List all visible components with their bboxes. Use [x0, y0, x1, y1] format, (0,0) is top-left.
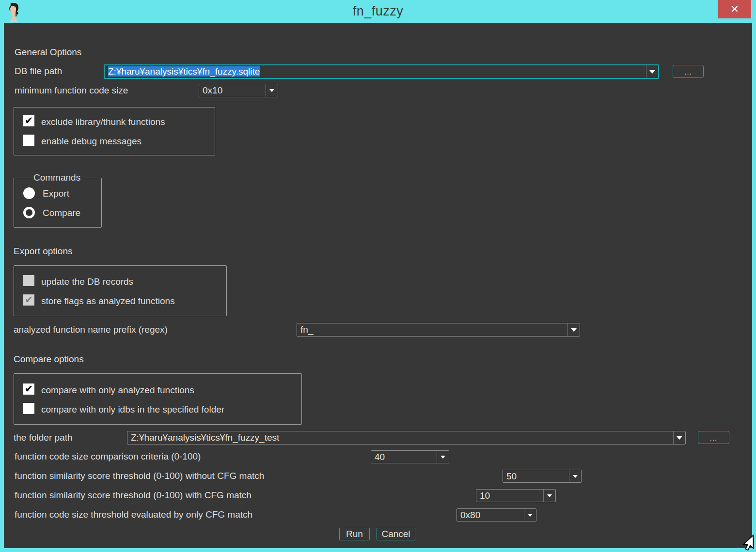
compare-options-group [14, 373, 302, 425]
sim-threshold-with-cfg-value: 10 [480, 491, 490, 501]
titlebar: fn_fuzzy ✕ [0, 0, 756, 23]
folder-path-value: Z:¥haru¥analysis¥tics¥fn_fuzzy_test [131, 432, 279, 443]
check-icon: ✔ [25, 383, 33, 394]
code-size-cfg-only-value: 0x80 [460, 510, 480, 521]
mouse-cursor-icon [736, 535, 756, 552]
code-size-criteria-value: 40 [375, 452, 385, 462]
check-icon: ✔ [25, 115, 33, 125]
name-prefix-dropdown-arrow[interactable] [567, 323, 580, 336]
exclude-library-label[interactable]: exclude library/thunk functions [41, 117, 165, 127]
sim-threshold-with-cfg-dropdown[interactable]: 10 [476, 489, 556, 502]
code-size-criteria-dropdown[interactable]: 40 [371, 450, 449, 463]
chevron-down-icon [649, 70, 655, 74]
only-idbs-label[interactable]: compare with only idbs in the specified … [41, 404, 224, 415]
folder-path-browse-button[interactable]: ... [698, 431, 729, 444]
store-flags-checkbox: ✔ [23, 294, 34, 306]
sim-threshold-with-cfg-dropdown-arrow[interactable] [543, 490, 555, 502]
enable-debug-label[interactable]: enable debug messages [41, 136, 142, 147]
only-analyzed-checkbox[interactable]: ✔ [23, 383, 34, 395]
close-button[interactable]: ✕ [718, 0, 751, 18]
db-file-path-combobox[interactable]: Z:¥haru¥analysis¥tics¥fn_fuzzy.sqlite [104, 64, 659, 79]
chevron-down-icon [547, 494, 552, 497]
store-flags-label: store flags as analyzed functions [41, 296, 175, 307]
db-file-path-dropdown-arrow[interactable] [646, 65, 658, 78]
commands-group [14, 178, 102, 228]
db-file-path-value: Z:¥haru¥analysis¥tics¥fn_fuzzy.sqlite [108, 66, 260, 77]
chevron-down-icon [677, 436, 682, 440]
enable-debug-checkbox[interactable] [23, 135, 34, 146]
sim-threshold-without-cfg-dropdown[interactable]: 50 [503, 470, 582, 483]
update-db-label: update the DB records [41, 276, 133, 287]
compare-radio-label[interactable]: Compare [43, 208, 80, 218]
sim-threshold-without-cfg-value: 50 [506, 471, 517, 482]
sim-threshold-without-cfg-dropdown-arrow[interactable] [569, 470, 581, 482]
chevron-down-icon [528, 514, 533, 517]
commands-group-title: Commands [31, 172, 83, 183]
general-options-heading: General Options [15, 47, 81, 58]
dialog-body: General Options DB file path Z:¥haru¥ana… [4, 23, 752, 548]
export-options-heading: Export options [14, 246, 72, 257]
only-idbs-checkbox[interactable] [23, 403, 34, 414]
run-button[interactable]: Run [339, 528, 370, 540]
cancel-button[interactable]: Cancel [377, 528, 415, 540]
sim-threshold-with-cfg-label: function similarity score threshold (0-1… [15, 490, 252, 501]
compare-options-heading: Compare options [14, 354, 84, 365]
min-func-code-size-value: 0x10 [203, 85, 222, 96]
general-checkbox-group [14, 107, 215, 155]
code-size-criteria-label: function code size comparison criteria (… [15, 451, 201, 462]
chevron-down-icon [441, 456, 445, 459]
export-radio[interactable] [23, 187, 35, 199]
chevron-down-icon [571, 328, 577, 332]
chevron-down-icon [269, 89, 274, 92]
min-func-code-size-dropdown-arrow[interactable] [266, 84, 278, 97]
name-prefix-label: analyzed function name prefix (regex) [14, 324, 168, 335]
min-func-code-size-label: minimum function code size [15, 85, 128, 96]
window-title: fn_fuzzy [0, 4, 756, 19]
exclude-library-checkbox[interactable]: ✔ [23, 115, 34, 126]
update-db-checkbox [23, 275, 34, 286]
folder-path-dropdown-arrow[interactable] [673, 431, 685, 444]
min-func-code-size-dropdown[interactable]: 0x10 [199, 84, 278, 97]
folder-path-combobox[interactable]: Z:¥haru¥analysis¥tics¥fn_fuzzy_test [127, 431, 686, 445]
chevron-down-icon [573, 475, 578, 478]
code-size-cfg-only-dropdown-arrow[interactable] [524, 509, 536, 521]
check-icon: ✔ [25, 294, 33, 305]
code-size-criteria-dropdown-arrow[interactable] [437, 451, 449, 463]
code-size-cfg-only-label: function code size threshold evaluated b… [15, 509, 252, 520]
name-prefix-value: fn_ [300, 324, 313, 335]
db-file-path-browse-button[interactable]: ... [673, 65, 704, 78]
code-size-cfg-only-dropdown[interactable]: 0x80 [457, 508, 536, 521]
export-radio-label[interactable]: Export [43, 188, 69, 199]
db-file-path-label: DB file path [15, 66, 62, 77]
compare-radio[interactable] [23, 207, 35, 218]
close-icon: ✕ [730, 3, 739, 15]
only-analyzed-label[interactable]: compare with only analyzed functions [41, 385, 194, 396]
name-prefix-combobox[interactable]: fn_ [297, 323, 580, 337]
sim-threshold-without-cfg-label: function similarity score threshold (0-1… [15, 471, 264, 481]
export-options-group [14, 265, 227, 316]
folder-path-label: the folder path [14, 432, 72, 443]
